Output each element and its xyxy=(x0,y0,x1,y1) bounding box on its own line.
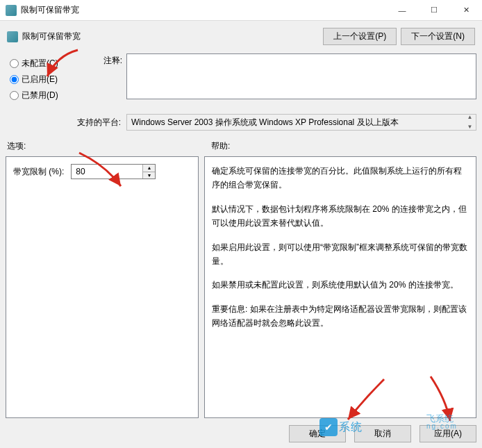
radio-enabled[interactable]: 已启用(E) xyxy=(10,74,83,85)
minimize-button[interactable]: — xyxy=(386,0,418,21)
window-controls: — ☐ ✕ xyxy=(386,0,482,21)
spinner-down-icon[interactable]: ▼ xyxy=(143,172,155,179)
watermark: ✔ 系统 xyxy=(319,418,363,436)
header-row: 限制可保留带宽 上一个设置(P) 下一个设置(N) xyxy=(6,24,476,52)
close-button[interactable]: ✕ xyxy=(450,0,482,21)
help-label: 帮助: xyxy=(207,140,230,152)
app-icon xyxy=(6,5,17,16)
radio-enabled-input[interactable] xyxy=(10,75,19,84)
bandwidth-option-row: 带宽限制 (%): ▲ ▼ xyxy=(13,164,191,179)
options-label: 选项: xyxy=(6,140,207,152)
radio-not-configured[interactable]: 未配置(C) xyxy=(10,58,83,69)
policy-title: 限制可保留带宽 xyxy=(22,31,319,42)
options-panel: 带宽限制 (%): ▲ ▼ xyxy=(6,156,199,418)
dialog-body: 限制可保留带宽 上一个设置(P) 下一个设置(N) 未配置(C) 已启用(E) … xyxy=(0,21,482,448)
radio-disabled-label: 已禁用(D) xyxy=(22,90,58,101)
help-paragraph: 默认情况下，数据包计划程序将系统限制在 20% 的连接带宽之内，但可以使用此设置… xyxy=(212,202,469,231)
platform-box: Windows Server 2003 操作系统或 Windows XP Pro… xyxy=(126,114,476,131)
platform-value: Windows Server 2003 操作系统或 Windows XP Pro… xyxy=(131,117,399,127)
spinner-up-icon[interactable]: ▲ xyxy=(143,165,155,172)
watermark-icon: ✔ xyxy=(319,418,338,436)
help-paragraph: 如果禁用或未配置此设置，则系统使用默认值为 20% 的连接带宽。 xyxy=(212,278,469,292)
platform-row: 支持的平台: Windows Server 2003 操作系统或 Windows… xyxy=(6,111,476,139)
watermark-text: ng.com xyxy=(426,423,458,430)
radio-not-configured-input[interactable] xyxy=(10,59,19,68)
comment-textarea[interactable] xyxy=(126,53,476,99)
radio-disabled[interactable]: 已禁用(D) xyxy=(10,90,83,101)
help-panel: 确定系统可保留的连接带宽的百分比。此值限制系统上运行的所有程序的组合带宽保留。 … xyxy=(204,156,476,418)
watermark-text: 系统 xyxy=(339,420,363,435)
section-labels: 选项: 帮助: xyxy=(6,139,476,156)
cancel-button[interactable]: 取消 xyxy=(354,425,411,442)
next-setting-button[interactable]: 下一个设置(N) xyxy=(401,28,475,45)
policy-icon xyxy=(7,31,18,42)
previous-setting-button[interactable]: 上一个设置(P) xyxy=(323,28,397,45)
radio-enabled-label: 已启用(E) xyxy=(22,74,58,85)
scroll-down-icon[interactable]: ▼ xyxy=(467,124,473,130)
comment-label: 注释: xyxy=(83,53,126,67)
scroll-up-icon[interactable]: ▲ xyxy=(467,115,473,120)
help-paragraph: 重要信息: 如果在注册表中为特定网络适配器设置带宽限制，则配置该网络适配器时就会… xyxy=(212,302,469,331)
bandwidth-spinner[interactable]: ▲ ▼ xyxy=(71,164,156,179)
config-row: 未配置(C) 已启用(E) 已禁用(D) 注释: xyxy=(6,52,476,111)
footer-buttons: 确定 取消 应用(A) xyxy=(6,418,476,442)
bandwidth-input[interactable] xyxy=(72,165,142,179)
radio-disabled-input[interactable] xyxy=(10,91,19,100)
maximize-button[interactable]: ☐ xyxy=(418,0,450,21)
platform-scrollbar[interactable]: ▲ ▼ xyxy=(464,115,476,130)
watermark: 飞系统 ng.com xyxy=(426,414,458,430)
panels: 带宽限制 (%): ▲ ▼ 确定系统可保留的连接带宽的百分比。此值限制系统上运行… xyxy=(6,156,476,418)
window-title: 限制可保留带宽 xyxy=(21,4,386,16)
help-paragraph: 确定系统可保留的连接带宽的百分比。此值限制系统上运行的所有程序的组合带宽保留。 xyxy=(212,164,469,192)
help-paragraph: 如果启用此设置，则可以使用“带宽限制”框来调整系统可保留的带宽数量。 xyxy=(212,240,469,269)
titlebar: 限制可保留带宽 — ☐ ✕ xyxy=(0,0,482,21)
radio-not-configured-label: 未配置(C) xyxy=(22,58,58,69)
platform-label: 支持的平台: xyxy=(6,117,126,128)
state-radios: 未配置(C) 已启用(E) 已禁用(D) xyxy=(6,53,83,106)
bandwidth-limit-label: 带宽限制 (%): xyxy=(13,166,64,178)
